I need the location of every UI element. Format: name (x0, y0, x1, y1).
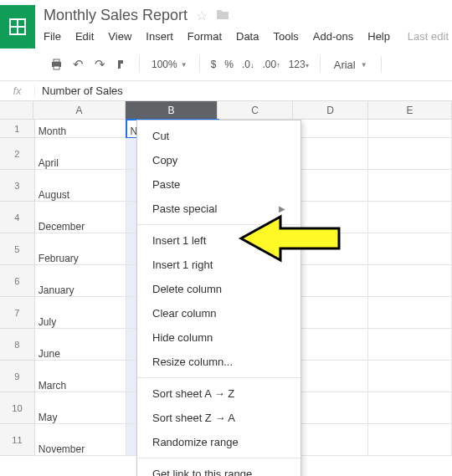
col-header-d[interactable]: D (293, 101, 368, 120)
increase-decimal[interactable]: .00↑ (260, 59, 283, 70)
formula-bar: fx Number of Sales (0, 81, 452, 101)
cell[interactable] (294, 265, 369, 297)
doc-title[interactable]: Monthly Sales Report (44, 7, 187, 24)
cell[interactable] (294, 138, 369, 170)
row-header[interactable]: 4 (0, 202, 35, 233)
row-header[interactable]: 7 (0, 297, 35, 329)
sheets-logo[interactable] (0, 5, 35, 49)
cell[interactable] (368, 202, 452, 233)
row-header[interactable]: 3 (0, 170, 35, 202)
menu-format[interactable]: Format (187, 30, 222, 43)
svg-rect-4 (54, 59, 59, 62)
cell[interactable] (294, 170, 369, 202)
menu-data[interactable]: Data (236, 30, 259, 43)
more-formats[interactable]: 123▾ (286, 59, 311, 70)
format-percent[interactable]: % (222, 59, 236, 70)
chevron-down-icon: ▼ (181, 61, 187, 69)
row-header[interactable]: 2 (0, 138, 35, 170)
cm-sort-az[interactable]: Sort sheet A → Z (137, 381, 300, 406)
cm-cut[interactable]: Cut (137, 124, 300, 148)
annotation-arrow (234, 213, 343, 266)
cell[interactable] (368, 297, 452, 329)
fx-label: fx (0, 84, 35, 97)
folder-icon[interactable] (216, 8, 229, 23)
cm-delete-col[interactable]: Delete column (137, 277, 300, 301)
cell[interactable] (368, 265, 452, 297)
cm-get-link[interactable]: Get link to this range (137, 462, 300, 476)
last-edit[interactable]: Last edit (408, 30, 449, 43)
cell[interactable] (294, 361, 369, 392)
column-header-row: A B C D E (0, 101, 452, 120)
col-header-e[interactable]: E (368, 101, 452, 120)
select-all-corner[interactable] (0, 101, 33, 120)
cm-randomize[interactable]: Randomize range (137, 430, 300, 454)
cell[interactable] (294, 297, 369, 329)
grid-body: 1 Month Num 2April 3August 4December 5Fe… (0, 120, 452, 456)
row-header[interactable]: 5 (0, 233, 35, 265)
menu-tools[interactable]: Tools (273, 30, 298, 43)
menu-help[interactable]: Help (367, 30, 390, 43)
print-icon[interactable] (47, 55, 65, 74)
cell[interactable]: April (35, 138, 127, 170)
cm-resize-col[interactable]: Resize column... (137, 350, 300, 374)
cell[interactable]: November (35, 424, 127, 456)
zoom-select[interactable]: 100%▼ (148, 59, 191, 70)
star-icon[interactable]: ☆ (196, 8, 208, 23)
row-header[interactable]: 6 (0, 265, 35, 297)
row-header[interactable]: 9 (0, 361, 35, 392)
cell[interactable] (294, 329, 369, 361)
cell[interactable] (368, 361, 452, 392)
row-header[interactable]: 8 (0, 329, 35, 361)
menu-bar: File Edit View Insert Format Data Tools … (44, 24, 452, 43)
cell[interactable]: January (35, 265, 127, 297)
redo-icon[interactable]: ↷ (90, 55, 109, 74)
sheets-icon (8, 17, 28, 37)
cm-hide-col[interactable]: Hide column (137, 325, 300, 350)
menu-insert[interactable]: Insert (146, 30, 173, 43)
cell[interactable]: December (35, 202, 127, 233)
cell[interactable] (294, 424, 369, 456)
cell[interactable] (368, 329, 452, 361)
svg-rect-5 (54, 66, 59, 69)
fx-input[interactable]: Number of Sales (35, 84, 452, 97)
context-menu: Cut Copy Paste Paste special▶ Insert 1 l… (136, 120, 301, 476)
menu-separator (137, 377, 300, 378)
paint-format-icon[interactable] (112, 55, 131, 74)
row-header[interactable]: 1 (0, 120, 35, 138)
font-select[interactable]: Arial▼ (329, 59, 372, 71)
menu-file[interactable]: File (44, 30, 61, 43)
cell[interactable] (368, 233, 452, 265)
menu-addons[interactable]: Add-ons (313, 30, 353, 43)
cell[interactable] (368, 138, 452, 170)
cell[interactable]: March (35, 361, 127, 392)
cell[interactable] (294, 392, 369, 424)
cm-clear-col[interactable]: Clear column (137, 301, 300, 325)
col-header-c[interactable]: C (218, 101, 293, 120)
cell[interactable]: June (35, 329, 127, 361)
col-header-b[interactable]: B (126, 101, 218, 120)
cell[interactable]: May (35, 392, 127, 424)
cm-copy[interactable]: Copy (137, 148, 300, 172)
cell[interactable]: July (35, 297, 127, 329)
cell[interactable]: August (35, 170, 127, 202)
undo-icon[interactable]: ↶ (69, 55, 87, 74)
cm-paste-special-label: Paste special (152, 202, 217, 215)
zoom-value: 100% (152, 59, 177, 70)
format-currency[interactable]: $ (208, 59, 219, 70)
decrease-decimal[interactable]: .0↓ (239, 59, 257, 70)
cell[interactable] (368, 170, 452, 202)
cm-paste[interactable]: Paste (137, 172, 300, 197)
cell[interactable] (368, 392, 452, 424)
cell[interactable] (368, 120, 452, 138)
cell[interactable]: February (35, 233, 127, 265)
toolbar: ↶ ↷ 100%▼ $ % .0↓ .00↑ 123▾ Arial▼ (0, 49, 452, 81)
cell[interactable] (368, 424, 452, 456)
cell[interactable] (294, 120, 369, 138)
cm-sort-za[interactable]: Sort sheet Z → A (137, 406, 300, 430)
row-header[interactable]: 11 (0, 424, 35, 456)
row-header[interactable]: 10 (0, 392, 35, 424)
col-header-a[interactable]: A (33, 101, 126, 120)
menu-edit[interactable]: Edit (75, 30, 94, 43)
cell[interactable]: Month (35, 120, 127, 138)
menu-view[interactable]: View (108, 30, 131, 43)
